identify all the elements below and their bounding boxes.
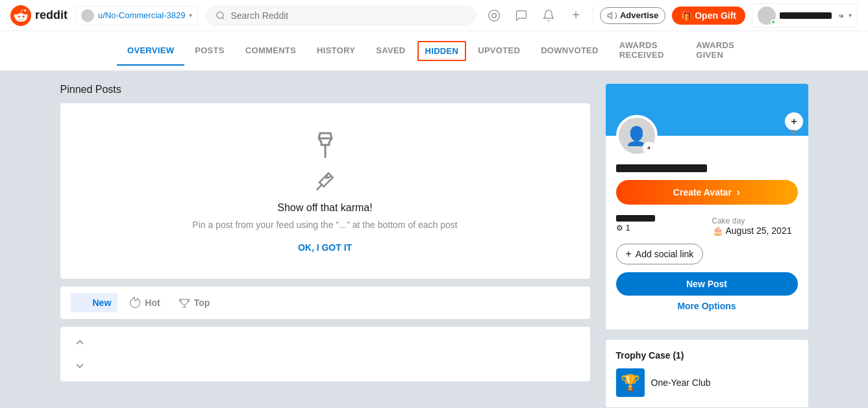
karma-gear-icon: ⚙ — [616, 223, 623, 233]
cake-icon: 🎂 — [712, 225, 723, 236]
advertise-button[interactable]: Advertise — [600, 7, 665, 24]
tab-overview[interactable]: OVERVIEW — [117, 36, 184, 66]
svg-point-1 — [217, 12, 223, 18]
reddit-logo-icon — [10, 5, 31, 26]
profile-settings-gear-icon[interactable] — [786, 125, 798, 140]
snowflake-icon — [77, 297, 89, 309]
dropdown-arrow-icon: ▾ — [189, 12, 192, 19]
user-name: u/No-Commercial-3829 — [98, 10, 185, 20]
vote-area — [60, 327, 590, 381]
sort-top-button[interactable]: Top — [172, 293, 217, 312]
user-dropdown[interactable]: u/No-Commercial-3829 ▾ — [75, 6, 198, 25]
tab-posts[interactable]: POSTS — [184, 36, 235, 66]
upvote-button[interactable] — [71, 333, 89, 351]
main-content: Pinned Posts Show off that karma! Pin a … — [45, 71, 824, 407]
fire-icon — [129, 297, 141, 309]
sort-new-label: New — [93, 298, 112, 308]
open-gift-label: Open Gift — [695, 10, 736, 21]
profile-gear-icon — [836, 11, 845, 20]
trophy-case-title: Trophy Case (1) — [616, 350, 798, 361]
create-avatar-button[interactable]: Create Avatar › — [616, 180, 798, 205]
tab-comments[interactable]: COMMENTS — [235, 36, 306, 66]
trophy-emoji: 🏆 — [621, 374, 640, 392]
profile-pill[interactable]: ▾ — [752, 3, 858, 28]
trophy-name: One-Year Club — [651, 377, 711, 388]
svg-point-3 — [489, 10, 500, 21]
tab-awards-received[interactable]: AWARDS RECEIVED — [609, 31, 686, 70]
left-column: Pinned Posts Show off that karma! Pin a … — [60, 84, 590, 407]
open-gift-button[interactable]: 🎁 Open Gift — [672, 6, 745, 25]
profile-tabs: OVERVIEW POSTS COMMENTS HISTORY SAVED HI… — [0, 31, 868, 71]
top-nav: reddit u/No-Commercial-3829 ▾ + — [0, 0, 868, 31]
profile-dropdown-arrow-icon: ▾ — [849, 12, 852, 19]
trophy-case: Trophy Case (1) 🏆 One-Year Club — [606, 340, 808, 407]
downvote-button[interactable] — [71, 357, 89, 375]
cake-day-date: 🎂 August 25, 2021 — [712, 225, 798, 236]
profile-info: Create Avatar › ⚙ 1 Cake day 🎂 — [606, 136, 808, 329]
sort-bar: New Hot Top — [60, 287, 590, 319]
tab-awards-given[interactable]: AWARDS GIVEN — [686, 31, 751, 70]
pinned-card-heading: Show off that karma! — [73, 202, 577, 214]
profile-avatar — [758, 6, 776, 25]
create-avatar-label: Create Avatar — [673, 187, 732, 198]
add-icon[interactable]: + — [565, 5, 586, 26]
tab-hidden[interactable]: HIDDEN — [417, 41, 467, 61]
chat-icon[interactable] — [511, 5, 532, 26]
nav-icons: + Advertise 🎁 Open Gift ▾ — [484, 3, 858, 28]
gift-emoji: 🎁 — [681, 10, 692, 21]
cake-day-label: Cake day — [712, 216, 745, 225]
pinned-card-body: Pin a post from your feed using the "...… — [73, 219, 577, 232]
sort-hot-button[interactable]: Hot — [123, 293, 166, 312]
reddit-wordmark: reddit — [35, 8, 68, 22]
search-bar[interactable] — [206, 6, 476, 25]
sort-hot-label: Hot — [145, 298, 160, 308]
svg-line-2 — [223, 17, 225, 19]
trophy-icon: 🏆 — [616, 368, 645, 397]
search-input[interactable] — [230, 10, 466, 21]
arrow-right-icon: › — [737, 186, 740, 198]
pinned-posts-title: Pinned Posts — [60, 84, 590, 96]
sort-top-label: Top — [194, 298, 210, 308]
right-column: 👤 Create Avatar › — [606, 84, 808, 407]
add-social-plus-icon: + — [626, 248, 632, 260]
advertise-label: Advertise — [620, 10, 658, 20]
add-social-link-button[interactable]: + Add social link — [616, 244, 704, 264]
new-post-button[interactable]: New Post — [616, 272, 798, 296]
profile-username-redacted — [780, 12, 832, 19]
add-social-label: Add social link — [636, 249, 694, 259]
nav-divider — [593, 6, 593, 25]
tab-downvoted[interactable]: DOWNVOTED — [530, 36, 609, 66]
karma-stat: ⚙ 1 — [616, 215, 702, 233]
pin-icon — [310, 129, 341, 160]
karma-count: 1 — [626, 223, 630, 233]
trophy-item: 🏆 One-Year Club — [616, 368, 798, 397]
ok-got-it-link[interactable]: OK, I GOT IT — [298, 242, 352, 253]
avatar-add-button[interactable] — [642, 141, 656, 155]
karma-row: ⚙ 1 — [616, 223, 702, 233]
search-icon — [216, 10, 225, 21]
pinned-card: Show off that karma! Pin a post from you… — [60, 103, 590, 279]
svg-point-4 — [492, 13, 497, 18]
online-status-dot — [771, 19, 776, 25]
more-options-link[interactable]: More Options — [616, 301, 798, 319]
stats-row: ⚙ 1 Cake day 🎂 August 25, 2021 — [616, 215, 798, 236]
tab-upvoted[interactable]: UPVOTED — [467, 36, 530, 66]
tab-saved[interactable]: SAVED — [366, 36, 415, 66]
karma-value-redacted — [616, 215, 655, 222]
pushpin-icon — [312, 168, 338, 194]
new-post-label: New Post — [686, 279, 727, 289]
svg-marker-5 — [608, 12, 612, 18]
trophy-icon — [179, 297, 190, 309]
reddit-premium-icon[interactable] — [484, 5, 504, 26]
tab-history[interactable]: HISTORY — [306, 36, 366, 66]
notifications-icon[interactable] — [538, 5, 559, 26]
profile-card: 👤 Create Avatar › — [606, 84, 808, 329]
profile-main-avatar: 👤 — [616, 115, 658, 157]
user-avatar-small — [81, 9, 94, 22]
sort-new-button[interactable]: New — [71, 293, 118, 312]
cake-day-stat: Cake day 🎂 August 25, 2021 — [712, 215, 798, 236]
logo-area[interactable]: reddit — [10, 5, 68, 26]
username-redacted — [616, 164, 707, 172]
cake-day-value: August 25, 2021 — [726, 225, 792, 236]
